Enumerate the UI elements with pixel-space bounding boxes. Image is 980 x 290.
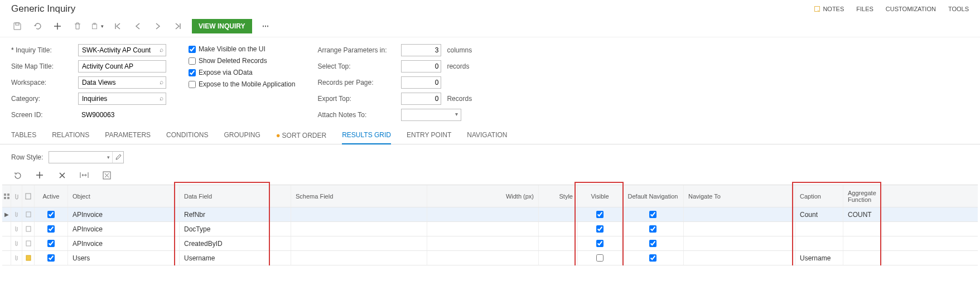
cell-active[interactable] xyxy=(35,236,68,250)
col-default-nav[interactable]: Default Navigation xyxy=(622,185,684,207)
cell-visible[interactable] xyxy=(578,236,622,250)
more-icon[interactable]: ⋯ xyxy=(260,20,272,32)
workspace-input[interactable] xyxy=(78,76,166,89)
cell-width[interactable] xyxy=(427,236,539,250)
cell-width[interactable] xyxy=(427,251,539,265)
cell-default-nav[interactable] xyxy=(622,236,684,250)
clip-icon[interactable] xyxy=(11,207,22,221)
visible-checkbox[interactable] xyxy=(596,254,604,262)
customization-link[interactable]: CUSTOMIZATION xyxy=(886,6,936,12)
table-row[interactable]: ▶APInvoiceRefNbrCountCOUNT xyxy=(2,207,978,222)
col-navigate-to[interactable]: Navigate To xyxy=(684,185,795,207)
cell-navigate-to[interactable] xyxy=(684,222,795,236)
cell-object[interactable]: APInvoice xyxy=(68,222,180,236)
export-top-input[interactable] xyxy=(401,93,441,105)
cell-aggregate[interactable]: COUNT xyxy=(843,207,882,221)
arrange-params-input[interactable] xyxy=(401,44,441,56)
cell-caption[interactable] xyxy=(795,222,843,236)
cell-width[interactable] xyxy=(427,207,539,221)
refresh-icon[interactable] xyxy=(11,169,23,181)
next-icon[interactable] xyxy=(152,20,164,32)
defnav-checkbox[interactable] xyxy=(649,225,656,233)
cell-aggregate[interactable] xyxy=(843,251,882,265)
table-row[interactable]: UsersUsernameUsername xyxy=(2,251,978,265)
col-active[interactable]: Active xyxy=(35,185,68,207)
cell-caption[interactable]: Count xyxy=(795,207,843,221)
tab-grouping[interactable]: GROUPING xyxy=(224,129,260,144)
site-map-title-input[interactable] xyxy=(78,60,166,72)
cell-style[interactable] xyxy=(539,207,578,221)
delete-icon[interactable] xyxy=(71,20,84,32)
row-style-input[interactable] xyxy=(49,152,105,163)
cell-visible[interactable] xyxy=(578,251,622,265)
notes-link[interactable]: NOTES xyxy=(814,6,844,12)
chk-expose-odata[interactable]: Expose via OData xyxy=(189,69,295,76)
active-checkbox[interactable] xyxy=(47,254,55,262)
records-per-page-input[interactable] xyxy=(401,76,441,89)
cell-navigate-to[interactable] xyxy=(684,236,795,250)
clip-icon[interactable] xyxy=(11,251,22,265)
col-style[interactable]: Style xyxy=(539,185,578,207)
col-selector[interactable] xyxy=(2,185,11,207)
cell-aggregate[interactable] xyxy=(843,236,882,250)
tab-tables[interactable]: TABLES xyxy=(11,129,36,144)
cell-visible[interactable] xyxy=(578,207,622,221)
active-checkbox[interactable] xyxy=(47,211,55,218)
col-data-field[interactable]: Data Field xyxy=(180,185,291,207)
clipboard-icon[interactable]: ▾ xyxy=(91,20,104,32)
fit-columns-icon[interactable] xyxy=(78,169,90,181)
export-excel-icon[interactable] xyxy=(100,169,113,181)
cell-active[interactable] xyxy=(35,251,68,265)
cell-caption[interactable] xyxy=(795,236,843,250)
tab-conditions[interactable]: CONDITIONS xyxy=(166,129,208,144)
note-icon[interactable] xyxy=(22,251,35,265)
tab-entry-point[interactable]: ENTRY POINT xyxy=(407,129,451,144)
table-row[interactable]: APInvoiceCreatedByID xyxy=(2,236,978,251)
save-icon[interactable] xyxy=(11,20,23,32)
cell-object[interactable]: APInvoice xyxy=(68,207,180,221)
undo-icon[interactable] xyxy=(31,20,44,32)
cell-data-field[interactable]: DocType xyxy=(180,222,291,236)
note-icon[interactable] xyxy=(22,236,35,250)
col-caption[interactable]: Caption xyxy=(795,185,843,207)
tab-parameters[interactable]: PARAMETERS xyxy=(105,129,151,144)
attach-notes-input[interactable] xyxy=(401,109,461,121)
cell-data-field[interactable]: CreatedByID xyxy=(180,236,291,250)
tab-sort-order[interactable]: SORT ORDER xyxy=(276,129,326,144)
cell-data-field[interactable]: RefNbr xyxy=(180,207,291,221)
col-visible[interactable]: Visible xyxy=(578,185,622,207)
chk-expose-mobile-box[interactable] xyxy=(189,81,196,88)
chk-expose-mobile[interactable]: Expose to the Mobile Application xyxy=(189,80,295,88)
cell-schema[interactable] xyxy=(291,251,427,265)
prev-icon[interactable] xyxy=(132,20,144,32)
chk-make-visible[interactable]: Make Visible on the UI xyxy=(189,45,295,53)
cell-aggregate[interactable] xyxy=(843,222,882,236)
view-inquiry-button[interactable]: VIEW INQUIRY xyxy=(192,19,252,33)
col-aggregate[interactable]: Aggregate Function xyxy=(843,185,882,207)
cell-schema[interactable] xyxy=(291,236,427,250)
tab-results-grid[interactable]: RESULTS GRID xyxy=(342,129,391,144)
first-icon[interactable] xyxy=(112,20,124,32)
chk-expose-odata-box[interactable] xyxy=(189,69,196,76)
tools-link[interactable]: TOOLS xyxy=(948,6,969,12)
visible-checkbox[interactable] xyxy=(596,211,604,218)
cell-default-nav[interactable] xyxy=(622,251,684,265)
col-object[interactable]: Object xyxy=(68,185,180,207)
defnav-checkbox[interactable] xyxy=(649,211,656,218)
cell-visible[interactable] xyxy=(578,222,622,236)
defnav-checkbox[interactable] xyxy=(649,240,656,247)
cell-schema[interactable] xyxy=(291,207,427,221)
cell-style[interactable] xyxy=(539,222,578,236)
tab-relations[interactable]: RELATIONS xyxy=(52,129,89,144)
chevron-down-icon[interactable]: ▾ xyxy=(105,154,112,160)
defnav-checkbox[interactable] xyxy=(649,254,656,262)
active-checkbox[interactable] xyxy=(47,225,55,233)
active-checkbox[interactable] xyxy=(47,240,55,247)
chk-show-deleted[interactable]: Show Deleted Records xyxy=(189,57,295,65)
inquiry-title-input[interactable] xyxy=(78,44,166,56)
add-icon[interactable] xyxy=(51,20,64,32)
cell-active[interactable] xyxy=(35,207,68,221)
cell-width[interactable] xyxy=(427,222,539,236)
delete-row-icon[interactable] xyxy=(56,169,68,181)
cell-object[interactable]: Users xyxy=(68,251,180,265)
